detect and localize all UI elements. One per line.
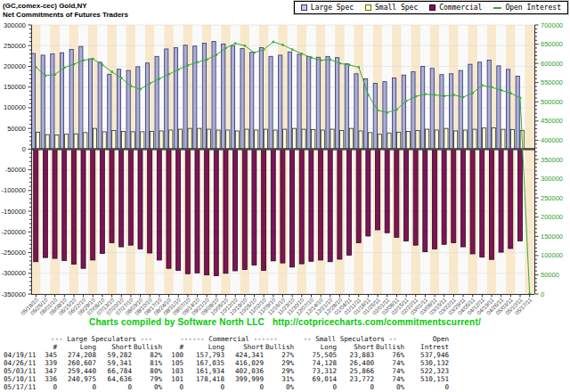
table-group-header-row: --- Large Speculators --------- Commerci…: [4, 335, 451, 343]
value-cell: 0: [185, 383, 226, 391]
small-spec-bar: [292, 128, 296, 149]
value-cell: 74%: [376, 375, 406, 383]
commercial-bar: [138, 149, 142, 249]
right-axis-label: 600000: [541, 60, 563, 68]
large-spec-bar: [336, 58, 339, 150]
small-spec-bar: [416, 130, 419, 149]
commercial-bar: [385, 149, 389, 233]
open-interest-marker: [320, 59, 322, 61]
large-spec-bar: [421, 66, 425, 149]
table-column-header-row: #LongShortBullish#LongShortBullishLongSh…: [4, 343, 451, 351]
small-spec-bar: [207, 129, 210, 149]
large-spec-bar: [212, 42, 216, 150]
commercial-bar: [271, 149, 275, 260]
small-spec-bar: [340, 130, 344, 149]
column-header-open-intrest: Intrest: [406, 343, 451, 351]
open-interest-marker: [452, 94, 454, 95]
value-cell: 0%: [134, 383, 164, 391]
small-spec-bar: [141, 132, 144, 150]
value-cell: 274,208: [59, 351, 98, 359]
value-cell: 23,883: [338, 351, 376, 359]
large-spec-bar: [231, 45, 234, 149]
commercial-bar: [480, 149, 484, 257]
value-cell: 0: [59, 383, 98, 391]
commercial-bar: [376, 149, 380, 230]
value-cell: 402,036: [226, 367, 265, 375]
right-axis-label: 550000: [541, 78, 563, 86]
small-spec-bar: [64, 135, 68, 150]
open-interest-marker: [472, 92, 474, 94]
open-interest-marker: [196, 61, 198, 63]
open-interest-marker: [462, 96, 464, 98]
value-cell: 260,607: [59, 359, 98, 367]
value-cell: 510,151: [406, 375, 451, 383]
value-cell: 66,784: [98, 367, 134, 375]
date-cell: 05/17/11: [4, 383, 41, 391]
small-spec-bar: [426, 129, 429, 149]
left-axis-label: 250000: [4, 42, 26, 50]
small-spec-bar: [397, 132, 401, 149]
large-spec-bar: [354, 74, 358, 150]
value-cell: 537,946: [406, 351, 451, 359]
small-spec-bar: [473, 129, 476, 149]
small-spec-bar: [255, 130, 258, 149]
open-interest-marker: [330, 59, 331, 61]
credit-text: Charts compiled by Software North LLC: [89, 317, 265, 327]
open-interest-marker: [358, 66, 360, 68]
open-interest-marker: [63, 67, 65, 69]
left-axis-label: 150000: [4, 83, 26, 91]
value-cell: 178,418: [185, 375, 226, 383]
column-header: Bullish: [134, 343, 164, 351]
credit-url-link[interactable]: http://cotpricecharts.com/commitmentscur…: [273, 317, 481, 327]
right-axis-label: 650000: [541, 40, 563, 48]
large-spec-bar: [222, 44, 225, 149]
large-spec-bar: [506, 69, 509, 150]
open-interest-marker: [281, 44, 283, 45]
large-spec-bar: [411, 72, 415, 150]
small-spec-bar: [312, 130, 315, 150]
commercial-bar: [403, 149, 408, 241]
open-interest-marker: [253, 52, 255, 53]
value-cell: 0: [338, 383, 376, 391]
commercial-bar: [185, 149, 190, 274]
left-axis-label: -200000: [1, 228, 26, 236]
table-row: 05/03/11347259,44066,78480%103161,934402…: [4, 367, 451, 375]
large-spec-bar: [316, 57, 320, 149]
commercial-bar: [423, 149, 428, 251]
open-interest-marker: [206, 59, 208, 61]
commercial-bar: [356, 149, 361, 242]
group-header-large-specs: --- Large Speculators ---: [41, 335, 164, 343]
date-cell: 05/10/11: [4, 375, 41, 383]
large-spec-bar: [430, 69, 434, 150]
value-cell: 76%: [376, 351, 406, 359]
left-axis-label: -300000: [1, 269, 26, 277]
value-cell: 157,793: [185, 351, 226, 359]
left-axis-label: -150000: [1, 208, 26, 216]
open-interest-marker: [387, 111, 388, 113]
commercial-bar: [460, 149, 465, 247]
commercial-bar: [319, 149, 323, 260]
small-spec-bar: [463, 130, 467, 149]
left-axis-label: 300000: [4, 21, 26, 29]
value-cell: 0: [296, 383, 338, 391]
small-spec-bar: [510, 129, 514, 149]
open-interest-marker: [415, 95, 417, 97]
right-axis-label: 200000: [541, 213, 563, 221]
open-interest-marker: [102, 64, 103, 66]
open-interest-marker: [110, 70, 112, 72]
large-spec-bar: [279, 55, 282, 149]
value-cell: 80%: [134, 367, 164, 375]
column-header: Long: [296, 343, 338, 351]
small-spec-bar: [169, 130, 173, 149]
open-interest-marker: [519, 97, 521, 99]
left-axis-label: 100000: [4, 103, 26, 111]
open-interest-marker: [310, 56, 312, 58]
commercial-bar: [34, 149, 38, 261]
value-cell: 79%: [134, 375, 164, 383]
commercial-bar: [100, 149, 104, 253]
right-axis-label: 350000: [541, 156, 563, 164]
open-interest-marker: [35, 66, 37, 68]
left-axis-label: 0: [22, 145, 26, 153]
large-spec-bar: [373, 84, 377, 150]
right-axis-label: 400000: [541, 136, 563, 144]
